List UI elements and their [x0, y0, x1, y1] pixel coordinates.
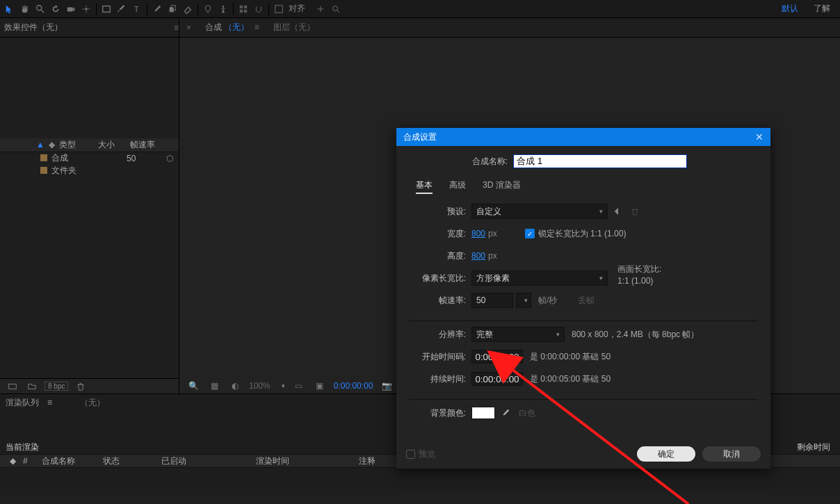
roto-tool-icon[interactable] — [201, 2, 215, 16]
col-type[interactable]: 类型 — [59, 139, 94, 151]
align-box-icon[interactable] — [272, 2, 286, 16]
svg-rect-11 — [244, 9, 247, 12]
transparency-icon[interactable]: ▦ — [207, 379, 221, 393]
svg-text:T: T — [134, 5, 139, 13]
render-none: （无） — [80, 397, 105, 409]
checkbox-empty-icon — [406, 450, 415, 459]
zoom-caret-icon[interactable]: ▾ — [282, 382, 285, 389]
grid-tool-icon[interactable] — [236, 2, 250, 16]
brush-tool-icon[interactable] — [150, 2, 164, 16]
duration-label: 持续时间: — [409, 373, 466, 385]
rotate-tool-icon[interactable] — [49, 2, 63, 16]
align-label[interactable]: 对齐 — [289, 3, 305, 15]
interpret-icon[interactable] — [6, 380, 19, 393]
separator — [268, 3, 269, 15]
search-icon[interactable] — [329, 2, 343, 16]
hand-tool-icon[interactable] — [18, 2, 32, 16]
magnify-icon[interactable]: 🔍 — [186, 379, 200, 393]
svg-rect-12 — [275, 5, 283, 13]
camera-tool-icon[interactable] — [64, 2, 78, 16]
col-started[interactable]: 已启动 — [161, 455, 186, 467]
comp-name-input[interactable] — [513, 154, 687, 168]
duration-input[interactable] — [471, 372, 523, 386]
project-row[interactable]: 文件夹 — [0, 165, 179, 177]
current-time[interactable]: 0:00:00:00 — [334, 381, 373, 391]
zoom-tool-icon[interactable] — [33, 2, 47, 16]
eraser-tool-icon[interactable] — [181, 2, 195, 16]
project-row[interactable]: 合成 50 ⬡ — [0, 152, 179, 165]
zoom-level[interactable]: 100% — [249, 381, 270, 391]
tab-3d-renderer[interactable]: 3D 渲染器 — [483, 179, 521, 194]
anchor-tool-icon[interactable] — [79, 2, 93, 16]
bg-color-label: 背景颜色: — [409, 407, 466, 419]
new-folder-icon[interactable] — [25, 380, 39, 393]
fps-input[interactable]: 50 — [471, 293, 513, 308]
col-expand-icon[interactable]: ◆ — [10, 456, 16, 466]
par-select[interactable]: 方形像素▾ — [471, 270, 608, 286]
preview-checkbox[interactable]: 预览 — [406, 448, 435, 460]
effect-controls-tab[interactable]: 效果控件（无） ≡ — [0, 18, 179, 38]
dialog-titlebar[interactable]: 合成设置 ✕ — [396, 128, 770, 146]
checkbox-checked-icon: ✓ — [525, 229, 535, 238]
comp-name-label: 合成名称: — [409, 156, 513, 168]
duration-note: 是 0:00:05:00 基础 50 — [530, 373, 611, 385]
ok-button[interactable]: 确定 — [637, 446, 695, 462]
rect-tool-icon[interactable] — [99, 2, 113, 16]
bpc-toggle[interactable]: 8 bpc — [45, 382, 68, 391]
fps-dropdown-icon[interactable]: ▾ — [516, 293, 531, 308]
snapshot-icon[interactable]: 📷 — [380, 379, 394, 393]
cancel-button[interactable]: 取消 — [702, 446, 761, 462]
col-comp-name[interactable]: 合成名称 — [42, 455, 75, 467]
start-timecode-input[interactable] — [471, 350, 523, 364]
row-type: 合成 — [51, 152, 90, 164]
panel-menu-icon[interactable]: ≡ — [47, 398, 52, 407]
res-icon[interactable]: ▭ — [292, 379, 306, 393]
clone-tool-icon[interactable] — [165, 2, 179, 16]
snap-toggle-icon[interactable] — [314, 2, 328, 16]
flowchart-icon[interactable]: ⬡ — [166, 154, 173, 163]
snap-tool-icon[interactable] — [252, 2, 266, 16]
sort-arrow-icon[interactable]: ▲ — [36, 140, 45, 149]
height-value[interactable]: 800 — [471, 251, 485, 261]
type-tool-icon[interactable]: T — [130, 2, 144, 16]
bg-color-swatch[interactable] — [471, 407, 495, 419]
tab-composition[interactable]: 合成 （无） ≡ — [205, 22, 259, 33]
col-comment[interactable]: 注释 — [359, 455, 375, 467]
col-size[interactable]: 大小 — [98, 139, 126, 151]
close-icon[interactable]: ✕ — [755, 131, 764, 143]
panel-menu-icon[interactable]: ≡ — [174, 23, 179, 33]
svg-rect-8 — [240, 5, 243, 8]
trash-icon[interactable] — [74, 380, 88, 393]
svg-rect-14 — [9, 384, 17, 389]
start-timecode-label: 开始时间码: — [409, 351, 466, 363]
preset-select[interactable]: 自定义▾ — [471, 204, 608, 219]
col-fps[interactable]: 帧速率 — [130, 139, 155, 151]
col-render-time[interactable]: 渲染时间 — [256, 455, 289, 467]
tab-advanced[interactable]: 高级 — [449, 179, 466, 194]
separator — [197, 3, 198, 15]
col-status[interactable]: 状态 — [103, 455, 120, 467]
puppet-tool-icon[interactable] — [216, 2, 230, 16]
width-value[interactable]: 800 — [471, 229, 485, 238]
svg-rect-9 — [244, 5, 247, 8]
col-num[interactable]: # — [23, 456, 28, 466]
tag-icon[interactable]: ◆ — [49, 140, 55, 149]
lock-aspect-checkbox[interactable]: ✓ 锁定长宽比为 1:1 (1.00) — [525, 228, 627, 240]
delete-preset-icon[interactable] — [629, 205, 641, 218]
workspace-default[interactable]: 默认 — [782, 3, 798, 15]
mask-icon[interactable]: ◐ — [228, 379, 242, 393]
selection-tool-icon[interactable] — [3, 2, 17, 16]
eyedropper-icon[interactable] — [499, 407, 512, 419]
workspace-learn[interactable]: 了解 — [814, 3, 830, 15]
channel-icon[interactable]: ▣ — [313, 379, 327, 393]
resolution-select[interactable]: 完整▾ — [471, 327, 565, 342]
svg-point-13 — [333, 6, 338, 10]
tab-layer[interactable]: 图层（无） — [273, 22, 315, 33]
frame-aspect-note: 画面长宽比: 1:1 (1.00) — [617, 263, 661, 287]
svg-point-0 — [37, 5, 42, 10]
pen-tool-icon[interactable] — [115, 2, 129, 16]
save-preset-icon[interactable] — [612, 205, 624, 218]
tab-basic[interactable]: 基本 — [416, 179, 433, 194]
separator — [96, 3, 97, 15]
tab-close-icon[interactable]: × — [186, 23, 191, 33]
